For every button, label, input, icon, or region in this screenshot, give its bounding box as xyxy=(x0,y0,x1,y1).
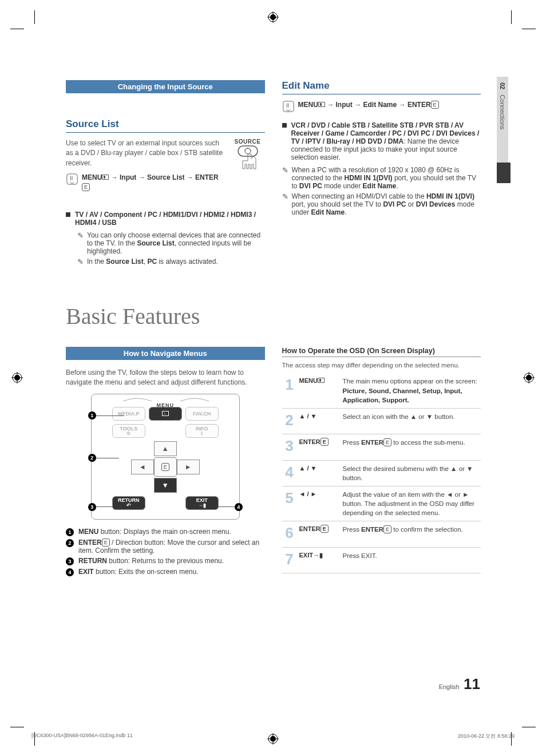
note-icon: ✎ xyxy=(282,166,288,190)
callout-line xyxy=(96,415,124,416)
heading-osd: How to Operate the OSD (On Screen Displa… xyxy=(282,347,481,357)
banner-input-source: Changing the Input Source xyxy=(66,80,265,93)
remote-return-button: RETURN↶ xyxy=(112,496,145,510)
heading-source-list: Source List xyxy=(66,118,265,133)
column-basic-left: How to Navigate Menus Before using the T… xyxy=(66,347,265,579)
osd-row-3: 3 ENTERE Press ENTERE to access the sub-… xyxy=(282,434,481,460)
heading-edit-name: Edit Name xyxy=(282,80,481,94)
hand-menu-icon xyxy=(282,100,295,114)
note-pc-resolution: ✎ When a PC with a resolution of 1920 x … xyxy=(282,166,481,190)
osd-row-7: 7 EXIT→▮ Press EXIT. xyxy=(282,547,481,573)
banner-navigate-menus: How to Navigate Menus xyxy=(66,347,265,360)
note-icon: ✎ xyxy=(282,192,288,216)
section-label: Connections xyxy=(499,94,506,129)
crop-mark xyxy=(522,727,536,727)
registration-mark-icon xyxy=(267,11,279,23)
section-tab: 02 Connections xyxy=(497,77,511,183)
legend-num-1: 1 xyxy=(66,528,74,536)
crop-mark xyxy=(511,10,512,24)
osd-key: MENU xyxy=(297,373,341,408)
menu-label: MENU xyxy=(298,101,318,109)
osd-desc: Press ENTERE to confirm the selection. xyxy=(341,521,481,547)
dpad-enter: E xyxy=(154,457,177,477)
remote-dpad: ▲ ◄ E ► ▼ xyxy=(122,441,208,493)
remote-top-edge xyxy=(120,393,212,402)
osd-key: ENTERE xyxy=(297,434,341,460)
remote-favch-button: FAV.CH xyxy=(185,407,219,421)
registration-mark-icon xyxy=(11,372,23,383)
dpad-down: ▼ xyxy=(154,478,177,493)
osd-row-4: 4 ▲ / ▼ Select the desired submenu with … xyxy=(282,460,481,486)
legend-num-2: 2 xyxy=(66,539,74,547)
callout-4: 4 xyxy=(235,503,243,511)
crop-mark xyxy=(10,727,24,727)
square-bullet-icon xyxy=(66,212,70,217)
registration-mark-icon xyxy=(523,372,535,383)
menu-icon xyxy=(318,378,325,383)
enter-icon: E xyxy=(321,438,329,446)
menu-path-edit-name: MENU → Input → Edit Name → ENTERE xyxy=(282,100,481,114)
footer-language: English xyxy=(439,683,460,690)
page-content: Changing the Input Source Source List SO… xyxy=(66,80,481,579)
print-timestamp: 2010-06-22 오전 8:56:29 xyxy=(458,733,515,740)
remote-exit-button: EXIT→▮ xyxy=(185,496,219,510)
print-filename: [UC6300-USA]BN68-02956A-01Eng.indb 11 xyxy=(31,733,133,740)
note-pc-activated: ✎ In the Source List, PC is always activ… xyxy=(77,258,265,266)
osd-row-6: 6 ENTERE Press ENTERE to confirm the sel… xyxy=(282,521,481,547)
dpad-left: ◄ xyxy=(131,460,154,474)
note-external-devices: ✎ You can only choose external devices t… xyxy=(77,231,265,255)
remote-info-button: INFOℹ xyxy=(185,424,219,438)
menu-icon xyxy=(318,102,325,107)
print-footer: [UC6300-USA]BN68-02956A-01Eng.indb 11 20… xyxy=(31,733,515,740)
menu-path-source-list: MENU → Input → Source List → ENTERE xyxy=(66,173,226,192)
remote-tools-button: TOOLS⚙ xyxy=(112,424,145,438)
osd-row-2: 2 ▲ / ▼ Select an icon with the ▲ or ▼ b… xyxy=(282,408,481,434)
legend-num-3: 3 xyxy=(66,557,74,565)
osd-desc: The main menu options appear on the scre… xyxy=(341,373,481,408)
menu-icon xyxy=(102,175,109,180)
osd-row-1: 1 MENU The main menu options appear on t… xyxy=(282,373,481,408)
osd-row-5: 5 ◄ / ► Adjust the value of an item with… xyxy=(282,486,481,521)
note-icon: ✎ xyxy=(77,231,84,255)
osd-key: EXIT→▮ xyxy=(297,547,341,573)
callout-2: 2 xyxy=(88,454,96,462)
note-icon: ✎ xyxy=(77,258,84,266)
navigate-intro: Before using the TV, follow the steps be… xyxy=(66,368,265,388)
square-bullet-icon xyxy=(282,123,287,128)
dpad-up: ▲ xyxy=(154,441,177,456)
chapter-title: Basic Features xyxy=(66,303,481,330)
hand-menu-icon xyxy=(66,173,78,187)
legend-4: 4 EXIT button: Exits the on-screen menu. xyxy=(66,568,265,576)
remote-illustration: MENU MEDIA.P FAV.CH TOOLS⚙ INFOℹ ▲ ◄ xyxy=(91,394,240,520)
crop-mark xyxy=(10,29,24,29)
column-right: Edit Name MENU → Input → Edit Name → ENT… xyxy=(282,80,481,268)
crop-mark xyxy=(522,29,536,29)
remote-menu-button xyxy=(149,407,182,421)
column-basic-right: How to Operate the OSD (On Screen Displa… xyxy=(282,347,481,579)
legend-1: 1 MENU button: Displays the main on-scre… xyxy=(66,528,265,536)
callout-line xyxy=(96,458,119,458)
legend-3: 3 RETURN button: Returns to the previous… xyxy=(66,557,265,565)
osd-subtitle: The access step may differ depending on … xyxy=(282,361,481,370)
edit-name-devices-bullet: VCR / DVD / Cable STB / Satellite STB / … xyxy=(282,121,481,161)
crop-mark xyxy=(34,10,35,24)
enter-icon: E xyxy=(431,101,439,109)
enter-icon: E xyxy=(321,525,329,533)
legend-2: 2 ENTERE / Direction button: Move the cu… xyxy=(66,539,265,555)
enter-icon: E xyxy=(82,183,90,191)
source-button-illustration: SOURCE xyxy=(231,138,265,175)
section-number: 02 xyxy=(499,82,506,89)
osd-desc: Press ENTERE to access the sub-menu. xyxy=(341,434,481,460)
callout-1: 1 xyxy=(88,411,96,419)
remote-media-p-button: MEDIA.P xyxy=(112,407,145,421)
section-tab-active xyxy=(497,163,511,183)
column-left: Changing the Input Source Source List SO… xyxy=(66,80,265,268)
callout-line xyxy=(96,506,113,507)
source-label: SOURCE xyxy=(231,138,265,145)
source-options: TV / AV / Component / PC / HDMI1/DVI / H… xyxy=(75,211,265,227)
source-options-bullet: TV / AV / Component / PC / HDMI1/DVI / H… xyxy=(66,211,265,227)
legend-num-4: 4 xyxy=(66,568,74,576)
manual-page: 02 Connections Changing the Input Source… xyxy=(0,0,546,756)
callout-line xyxy=(217,506,235,507)
note-hdmi-dvi: ✎ When connecting an HDMI/DVI cable to t… xyxy=(282,192,481,216)
